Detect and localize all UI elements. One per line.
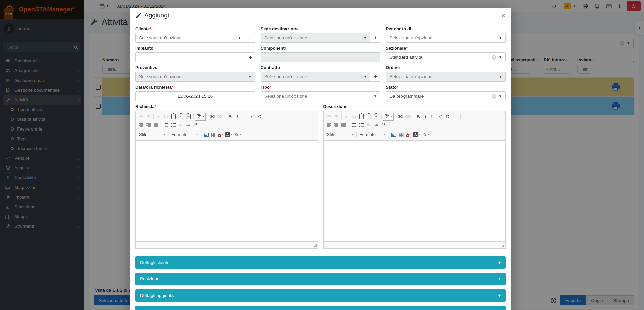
add-impianto-button[interactable]: + [246, 52, 255, 62]
richiesta-editor-content[interactable] [136, 141, 318, 241]
styles-dropdown[interactable]: Stili▾ [325, 132, 355, 137]
insert-table-icon[interactable]: ▦ [398, 131, 405, 138]
caret-down-icon: ▼ [238, 36, 241, 40]
format-dropdown[interactable]: Formato▾ [358, 132, 387, 137]
superscript-icon[interactable]: x² [437, 113, 444, 120]
panel-dettagli-cliente[interactable]: Dettagli cliente+ [135, 256, 506, 269]
justify-block-icon[interactable] [263, 113, 271, 120]
add-contratto-button[interactable]: + [370, 72, 380, 82]
stato-select[interactable]: Da programmare×▼ [386, 91, 506, 101]
paste-as-text-icon[interactable]: T [177, 113, 184, 120]
background-color-icon[interactable]: A▾ [224, 131, 233, 138]
expand-plus-icon[interactable]: + [498, 276, 501, 282]
justify-block-icon[interactable] [451, 113, 459, 120]
paste-icon[interactable] [358, 113, 365, 120]
copy-icon[interactable]: ⧉ [351, 113, 358, 120]
special-character-icon[interactable]: Ω [444, 113, 451, 120]
text-color-icon[interactable]: A▾ [405, 131, 413, 138]
indent-icon[interactable]: ⇥ [373, 121, 380, 128]
indent-icon[interactable]: ⇥ [184, 121, 192, 128]
panel-assegnazione-tecnici[interactable]: Assegnazione tecnici+ [135, 306, 506, 310]
clear-icon[interactable]: × [492, 55, 496, 60]
undo-icon[interactable]: ↶ [137, 113, 145, 120]
tipo-select[interactable]: Seleziona un'opzione▼ [261, 91, 381, 101]
bold-icon[interactable]: B [415, 113, 422, 120]
outdent-icon[interactable]: ⇤ [365, 121, 373, 128]
field-per-conto-di: Per conto di Seleziona un'opzione▼ [386, 26, 506, 43]
align-right-icon[interactable] [145, 121, 152, 128]
blockquote-icon[interactable]: ” [192, 121, 199, 128]
align-right-icon[interactable] [333, 121, 340, 128]
outdent-icon[interactable]: ⇤ [177, 121, 184, 128]
styles-dropdown[interactable]: Stili▾ [137, 132, 167, 137]
smiley-icon[interactable]: ☺▾ [233, 131, 242, 138]
cut-icon[interactable]: ✂ [155, 113, 162, 120]
cliente-select[interactable]: Seleziona un'opzione▼ [135, 33, 245, 43]
align-left-icon[interactable] [462, 113, 469, 120]
link-icon[interactable] [397, 113, 404, 120]
align-center-icon[interactable] [325, 121, 333, 128]
align-left-icon[interactable] [274, 113, 281, 120]
per-conto-di-select[interactable]: Seleziona un'opzione▼ [386, 33, 506, 43]
link-icon[interactable] [209, 113, 216, 120]
unlink-icon[interactable] [404, 113, 412, 120]
numbered-list-icon[interactable] [162, 121, 170, 128]
blockquote-icon[interactable]: ” [380, 121, 387, 128]
add-cliente-button[interactable]: + [245, 33, 255, 43]
smiley-icon[interactable]: ☺▾ [421, 131, 430, 138]
descrizione-editor-content[interactable] [324, 141, 506, 241]
field-ordine: Ordine Seleziona un'opzione▼ [386, 65, 506, 82]
copy-icon[interactable]: ⧉ [162, 113, 170, 120]
data-ora-richiesta-input[interactable] [135, 91, 255, 101]
close-icon[interactable]: × [501, 12, 505, 19]
descrizione-editor: ↶ ↷ ✂ ⧉ T W ABC✓ ▾ B I U x² Ω ⇤ ⇥ ” [323, 111, 506, 249]
align-center-icon[interactable] [137, 121, 145, 128]
format-dropdown[interactable]: Formato▾ [170, 132, 199, 137]
resize-handle-icon[interactable] [501, 244, 504, 247]
numbered-list-icon[interactable] [351, 121, 358, 128]
cut-icon[interactable]: ✂ [343, 113, 351, 120]
undo-icon[interactable]: ↶ [325, 113, 333, 120]
special-character-icon[interactable]: Ω [256, 113, 263, 120]
insert-table-icon[interactable]: ▦ [210, 131, 217, 138]
sezionale-select[interactable]: Standard attività×▼ [386, 52, 506, 62]
expand-plus-icon[interactable]: + [498, 293, 501, 298]
clear-icon[interactable]: × [492, 94, 496, 99]
unlink-icon[interactable] [216, 113, 223, 120]
descrizione-editor-footer [324, 241, 506, 248]
underline-icon[interactable]: U [241, 113, 249, 120]
paste-as-text-icon[interactable]: T [365, 113, 373, 120]
bullet-list-icon[interactable] [358, 121, 365, 128]
field-cliente: Cliente* Seleziona un'opzione▼ + [135, 26, 255, 43]
resize-handle-icon[interactable] [313, 244, 317, 247]
impianto-input[interactable] [135, 52, 246, 62]
align-justify-icon[interactable] [340, 121, 347, 128]
align-justify-icon[interactable] [152, 121, 159, 128]
text-color-icon[interactable]: A▾ [217, 131, 224, 138]
bullet-list-icon[interactable] [170, 121, 177, 128]
underline-icon[interactable]: U [429, 113, 437, 120]
richiesta-editor: ↶ ↷ ✂ ⧉ T W ABC✓ ▾ B I U x² Ω ⇤ ⇥ ” [135, 111, 318, 249]
insert-image-icon[interactable] [390, 131, 398, 138]
background-color-icon[interactable]: A▾ [413, 131, 421, 138]
panel-posizione[interactable]: Posizione+ [135, 273, 506, 285]
expand-plus-icon[interactable]: + [498, 260, 501, 265]
redo-icon[interactable]: ↷ [333, 113, 340, 120]
redo-icon[interactable]: ↷ [145, 113, 152, 120]
paste-icon[interactable] [170, 113, 177, 120]
descrizione-editor-toolbar: ↶ ↷ ✂ ⧉ T W ABC✓ ▾ B I U x² Ω ⇤ ⇥ ” [324, 111, 506, 141]
bold-icon[interactable]: B [226, 113, 234, 120]
add-sede-button[interactable]: + [370, 33, 380, 43]
superscript-icon[interactable]: x² [249, 113, 256, 120]
field-contratto: Contratto Seleziona un'opzione▼ + [261, 65, 381, 82]
caret-down-icon: ▾ [391, 115, 392, 118]
paste-from-word-icon[interactable]: W [373, 113, 380, 120]
paste-from-word-icon[interactable]: W [184, 113, 192, 120]
spellcheck-dropdown[interactable]: ABC✓ ▾ [383, 113, 394, 121]
spellcheck-dropdown[interactable]: ABC✓ ▾ [195, 113, 206, 121]
italic-icon[interactable]: I [234, 113, 241, 120]
panel-dettagli-aggiuntivi[interactable]: Dettagli aggiuntivi+ [135, 289, 506, 302]
italic-icon[interactable]: I [422, 113, 429, 120]
field-sede-destinazione: Sede destinazione Seleziona un'opzione▼ … [261, 26, 381, 43]
insert-image-icon[interactable] [202, 131, 210, 138]
